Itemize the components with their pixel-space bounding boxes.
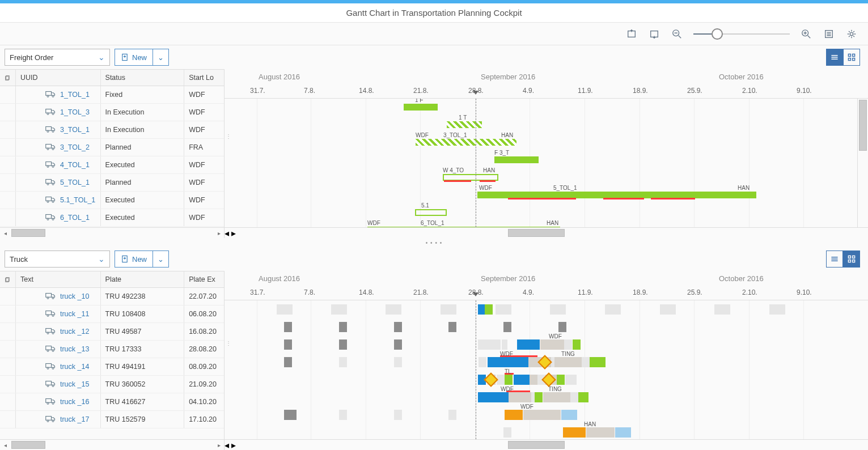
col-text[interactable]: Text	[16, 271, 101, 287]
view-list-button[interactable]	[826, 49, 843, 66]
truck-link[interactable]: truck _16	[60, 398, 89, 406]
resource-bar[interactable]	[582, 357, 590, 367]
resource-bar[interactable]	[478, 304, 485, 315]
truck-link[interactable]: truck _11	[60, 310, 89, 318]
freight-timeline-hscroll[interactable]: ◂ ▸	[225, 227, 868, 238]
truck-link[interactable]: truck _15	[60, 380, 89, 388]
zoom-out-icon[interactable]	[671, 28, 683, 40]
table-row[interactable]: 3_TOL_2PlannedFRA	[0, 139, 224, 156]
col-uuid[interactable]: UUID	[16, 70, 101, 86]
resource-bar[interactable]	[339, 410, 347, 420]
uuid-link[interactable]: 5_TOL_1	[60, 179, 90, 186]
expand-out-icon[interactable]	[648, 28, 660, 40]
col-startloc[interactable]: Start Lo	[184, 70, 224, 86]
freight-table-hscroll[interactable]: ◂ ▸	[0, 227, 224, 238]
table-row[interactable]: 3_TOL_1In ExecutionWDF	[0, 121, 224, 139]
table-row[interactable]: truck _16TRU 41662704.10.20	[0, 393, 224, 411]
resource-bar[interactable]	[448, 410, 456, 420]
freight-vscroll[interactable]	[857, 99, 868, 227]
copy-column-icon[interactable]	[0, 271, 16, 287]
resource-bar[interactable]	[563, 427, 586, 438]
table-row[interactable]: 4_TOL_1ExecutedWDF	[0, 156, 224, 174]
resource-bar[interactable]	[394, 339, 402, 350]
copy-column-icon[interactable]	[0, 70, 16, 86]
resource-bar[interactable]	[505, 410, 523, 420]
resource-bar[interactable]	[503, 427, 511, 438]
zoom-in-icon[interactable]	[800, 28, 812, 40]
resource-bar[interactable]	[586, 427, 615, 438]
resource-bar[interactable]	[554, 357, 582, 367]
truck-link[interactable]: truck _17	[60, 415, 89, 423]
gantt-bar[interactable]	[416, 139, 516, 146]
resource-bar[interactable]	[394, 357, 402, 367]
view-list-button[interactable]	[826, 251, 843, 268]
table-row[interactable]: 5_TOL_1PlannedWDF	[0, 174, 224, 192]
table-row[interactable]: 1_TOL_3In ExecutionWDF	[0, 104, 224, 121]
settings-icon[interactable]	[845, 28, 858, 40]
gantt-bar[interactable]	[404, 104, 438, 111]
resource-bar[interactable]	[284, 322, 292, 332]
resource-bar[interactable]	[339, 357, 347, 367]
gantt-bar[interactable]	[447, 121, 482, 128]
resource-bar[interactable]	[479, 357, 486, 367]
truck-type-select[interactable]: Truck ⌄	[5, 251, 110, 268]
resource-bar[interactable]	[394, 410, 402, 420]
resource-bar[interactable]	[394, 322, 402, 332]
panel-splitter[interactable]: • • • •	[0, 238, 868, 247]
table-row[interactable]: 1_TOL_1FixedWDF	[0, 86, 224, 104]
column-resize-handle[interactable]: ⋮	[225, 45, 231, 227]
uuid-link[interactable]: 3_TOL_2	[60, 143, 90, 151]
col-status[interactable]: Status	[101, 70, 185, 86]
resource-bar[interactable]	[505, 375, 513, 385]
resource-bar[interactable]	[339, 339, 347, 350]
gantt-bar[interactable]	[494, 156, 539, 163]
uuid-link[interactable]: 4_TOL_1	[60, 161, 90, 169]
table-row[interactable]: truck _13TRU 1733328.08.20	[0, 341, 224, 358]
resource-bar[interactable]	[339, 322, 347, 332]
col-plate[interactable]: Plate	[101, 271, 185, 287]
resource-bar[interactable]	[543, 392, 570, 402]
resource-bar[interactable]	[478, 392, 509, 402]
view-grid-button[interactable]	[843, 251, 860, 268]
col-plateexp[interactable]: Plate Ex	[184, 271, 224, 287]
column-resize-handle[interactable]: ⋮	[225, 247, 231, 439]
resource-bar[interactable]	[517, 339, 540, 350]
zoom-slider[interactable]	[693, 28, 790, 40]
truck-table-hscroll[interactable]: ◂ ▸	[0, 439, 224, 450]
resource-bar[interactable]	[284, 357, 292, 367]
resource-bar[interactable]	[284, 339, 292, 350]
new-truck-menu-button[interactable]: ⌄	[153, 251, 169, 268]
resource-bar[interactable]	[573, 339, 581, 350]
resource-bar[interactable]	[578, 392, 588, 402]
resource-bar[interactable]	[478, 339, 494, 350]
resource-bar[interactable]	[615, 427, 631, 438]
resource-bar[interactable]	[570, 392, 578, 402]
resource-bar[interactable]	[565, 375, 577, 385]
truck-link[interactable]: truck _10	[60, 292, 89, 300]
new-menu-button[interactable]: ⌄	[153, 49, 169, 66]
resource-bar[interactable]	[561, 410, 577, 420]
resource-bar[interactable]	[514, 375, 530, 385]
truck-link[interactable]: truck _12	[60, 328, 89, 336]
table-row[interactable]: 6_TOL_1ExecutedWDF	[0, 209, 224, 227]
table-row[interactable]: truck _17TRU 15257917.10.20	[0, 411, 224, 428]
table-row[interactable]: truck _10TRU 49223822.07.20	[0, 288, 224, 305]
freight-type-select[interactable]: Freight Order ⌄	[5, 49, 110, 66]
resource-bar[interactable]	[590, 357, 606, 367]
resource-bar[interactable]	[284, 410, 297, 420]
uuid-link[interactable]: 1_TOL_3	[60, 108, 90, 116]
truck-link[interactable]: truck _14	[60, 363, 89, 371]
resource-bar[interactable]	[540, 339, 564, 350]
resource-bar[interactable]	[488, 357, 528, 367]
resource-bar[interactable]	[564, 339, 572, 350]
resource-bar[interactable]	[503, 322, 511, 332]
view-grid-button[interactable]	[843, 49, 860, 66]
table-row[interactable]: truck _15TRU 36005221.09.20	[0, 376, 224, 393]
uuid-link[interactable]: 3_TOL_1	[60, 126, 90, 134]
resource-bar[interactable]	[502, 339, 507, 350]
expand-in-icon[interactable]	[625, 28, 638, 40]
resource-bar[interactable]	[557, 375, 565, 385]
table-row[interactable]: truck _14TRU 49419108.09.20	[0, 358, 224, 376]
new-truck-button[interactable]: New	[115, 251, 153, 268]
resource-bar[interactable]	[485, 304, 493, 315]
